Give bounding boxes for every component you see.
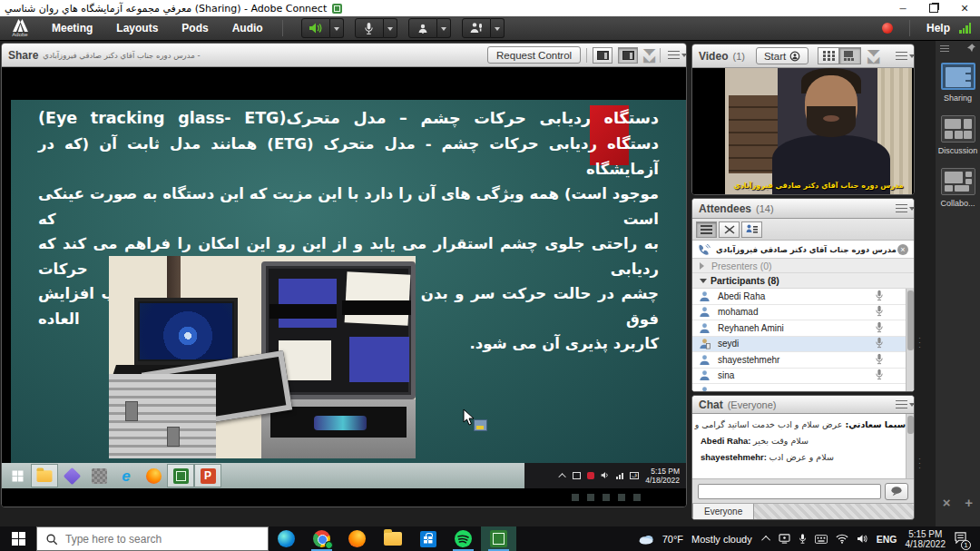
shared-tray-alert-icon[interactable]: [587, 472, 594, 479]
taskbar-spotify-icon[interactable]: [446, 526, 481, 551]
close-button[interactable]: [949, 0, 980, 16]
participant-row-partial[interactable]: [692, 384, 914, 391]
shared-utility-app-icon[interactable]: [85, 464, 113, 487]
add-layout-icon[interactable]: +: [965, 495, 973, 510]
pod-splitter-grip[interactable]: [918, 457, 922, 469]
language-indicator[interactable]: ENG: [877, 534, 897, 545]
participant-mic-icon[interactable]: [875, 353, 884, 367]
layout-thumb-sharing[interactable]: [941, 63, 975, 90]
layout-thumb-collaboration[interactable]: [941, 168, 975, 195]
active-speaker-row[interactable]: مدرس دوره جناب آقاي دكتر صادقي فيروزآباد…: [692, 241, 914, 259]
shared-kmplayer-icon[interactable]: [58, 464, 85, 487]
minimize-button[interactable]: [887, 0, 918, 16]
taskbar-file-explorer-icon[interactable]: [375, 526, 410, 551]
menu-meeting[interactable]: Meeting: [40, 22, 104, 34]
video-pod-menu-icon[interactable]: [896, 52, 907, 60]
shared-start-button[interactable]: [4, 464, 31, 487]
shared-powerpoint-icon[interactable]: P: [194, 464, 221, 487]
chat-scrollbar[interactable]: [906, 414, 914, 479]
chat-tab-everyone[interactable]: Everyone: [692, 504, 754, 520]
shared-adobe-connect-icon[interactable]: [167, 464, 194, 487]
taskbar-firefox-icon[interactable]: [339, 526, 375, 551]
restore-button[interactable]: [918, 0, 949, 16]
participant-mic-icon[interactable]: [875, 337, 884, 350]
shared-firefox-icon[interactable]: [140, 464, 167, 487]
participant-mic-icon[interactable]: [875, 321, 884, 335]
action-center[interactable]: 1: [954, 531, 967, 547]
participants-group-row[interactable]: Participants (8): [692, 273, 914, 289]
pin-icon[interactable]: [967, 44, 975, 53]
tray-chevron-icon[interactable]: [764, 536, 770, 542]
tray-display-icon[interactable]: [779, 534, 790, 544]
participant-row-selected[interactable]: seydi: [692, 337, 914, 353]
request-control-button[interactable]: Request Control: [487, 46, 581, 64]
participant-row[interactable]: mohamad: [692, 305, 914, 321]
close-layout-icon[interactable]: ×: [943, 495, 951, 510]
fullscreen-icon[interactable]: ◥◤◣◢: [643, 48, 654, 63]
tray-mic-icon[interactable]: [799, 533, 807, 545]
shared-tray-network-icon[interactable]: [616, 473, 623, 479]
start-button[interactable]: [0, 526, 36, 551]
status-dropdown[interactable]: [491, 18, 505, 38]
pod-splitter-grip[interactable]: [918, 336, 922, 349]
share-pod-menu-icon[interactable]: [668, 51, 680, 59]
participant-row[interactable]: Reyhaneh Amini: [692, 320, 914, 337]
speaker-button[interactable]: [301, 18, 330, 38]
tray-speaker-icon[interactable]: [857, 534, 868, 544]
layout-bar-menu-icon[interactable]: [940, 45, 949, 52]
weather-cloud-icon[interactable]: [638, 533, 654, 545]
menu-layouts[interactable]: Layouts: [104, 22, 170, 34]
participant-row[interactable]: shayestehmehr: [692, 352, 914, 369]
connection-signal-icon[interactable]: [959, 23, 971, 34]
menu-pods[interactable]: Pods: [170, 22, 220, 34]
share-overlay-controls[interactable]: [572, 494, 641, 501]
attendee-status-view-button[interactable]: [741, 221, 762, 238]
taskbar-search[interactable]: [36, 526, 269, 551]
weather-condition[interactable]: Mostly cloudy: [691, 534, 752, 545]
chat-pod-menu-icon[interactable]: [896, 400, 907, 408]
attendee-breakout-view-button[interactable]: [719, 221, 740, 238]
chat-input[interactable]: [698, 484, 881, 499]
attendee-list-view-button[interactable]: [696, 221, 717, 238]
taskbar-clock[interactable]: 5:15 PM 4/18/2022: [906, 529, 946, 549]
tray-wifi-icon[interactable]: [836, 534, 848, 544]
shared-tray-window-icon[interactable]: [573, 472, 581, 479]
presenters-group-row[interactable]: Presenters (0): [692, 259, 914, 273]
shared-tray-speaker-icon[interactable]: [601, 471, 610, 481]
participant-mic-icon[interactable]: [875, 305, 884, 319]
shared-tray-language-icon[interactable]: ف: [630, 472, 639, 479]
mic-button[interactable]: [355, 18, 384, 38]
taskbar-edge-icon[interactable]: [269, 526, 304, 551]
weather-temperature[interactable]: 70°F: [662, 534, 683, 545]
taskbar-store-icon[interactable]: [410, 526, 446, 551]
dismiss-speaker-icon[interactable]: [897, 244, 908, 255]
participant-row[interactable]: sina: [692, 369, 914, 385]
attendees-pod-menu-icon[interactable]: [896, 204, 907, 212]
webcam-dropdown[interactable]: [437, 18, 451, 38]
video-grid-view-button[interactable]: [818, 47, 839, 64]
speaker-dropdown[interactable]: [330, 18, 344, 38]
share-view-fit-button[interactable]: [618, 47, 638, 64]
mic-dropdown[interactable]: [384, 18, 397, 38]
participant-mic-icon[interactable]: [875, 369, 884, 382]
participant-mic-icon[interactable]: [875, 290, 884, 303]
help-menu[interactable]: Help: [926, 22, 950, 34]
webcam-button[interactable]: [408, 18, 437, 38]
start-webcam-button[interactable]: Start: [756, 47, 808, 64]
shared-desktop-clock[interactable]: 5:15 PM 4/18/2022: [645, 467, 680, 485]
tray-keyboard-icon[interactable]: [815, 535, 828, 544]
shared-internet-explorer-icon[interactable]: e: [113, 464, 140, 487]
video-filmstrip-view-button[interactable]: [839, 47, 861, 64]
shared-file-explorer-icon[interactable]: [31, 464, 58, 487]
participant-row[interactable]: Abedi Raha: [692, 289, 914, 305]
raise-hand-button[interactable]: [462, 18, 491, 38]
layout-thumb-discussion[interactable]: [941, 115, 975, 143]
search-input[interactable]: [65, 533, 247, 546]
video-fullscreen-icon[interactable]: ◥◤◣◢: [867, 49, 878, 64]
send-chat-button[interactable]: [885, 483, 908, 500]
share-view-normal-button[interactable]: [593, 47, 612, 64]
shared-tray-chevron-icon[interactable]: [561, 473, 566, 478]
attendees-scrollbar[interactable]: [906, 289, 914, 391]
menu-audio[interactable]: Audio: [220, 22, 275, 34]
taskbar-chrome-icon[interactable]: [304, 526, 339, 551]
